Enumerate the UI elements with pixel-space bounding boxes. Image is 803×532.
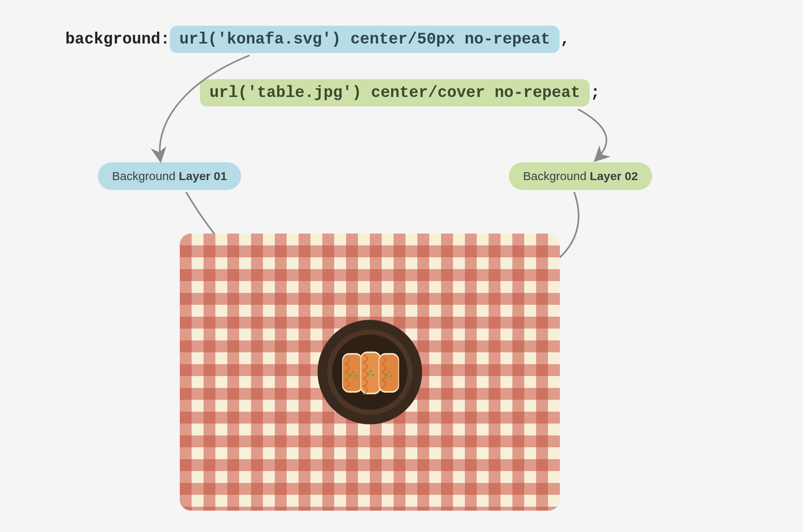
code-line-2: url('table.jpg') center/cover no-repeat …: [200, 79, 600, 106]
svg-point-13: [367, 373, 369, 376]
layer-2-label: Background Layer 02: [509, 162, 652, 190]
svg-point-17: [390, 375, 392, 377]
background-preview: [180, 234, 560, 511]
svg-point-9: [352, 371, 354, 373]
svg-point-12: [369, 370, 372, 372]
svg-point-14: [372, 374, 374, 376]
code-separator: ,: [560, 30, 570, 48]
code-layer-1: url('konafa.svg') center/50px no-repeat: [170, 26, 559, 53]
konafa-plate-icon: [314, 317, 425, 428]
layer-1-label: Background Layer 01: [98, 162, 241, 190]
code-terminator: ;: [590, 84, 600, 102]
css-property-name: background:: [65, 30, 170, 48]
code-layer-2: url('table.jpg') center/cover no-repeat: [200, 79, 590, 106]
svg-point-10: [350, 374, 352, 376]
svg-point-15: [388, 371, 390, 373]
svg-point-16: [385, 374, 388, 376]
svg-point-11: [354, 375, 357, 377]
diagram-canvas: background: url('konafa.svg') center/50p…: [0, 0, 803, 532]
code-line-1: background: url('konafa.svg') center/50p…: [65, 26, 570, 53]
